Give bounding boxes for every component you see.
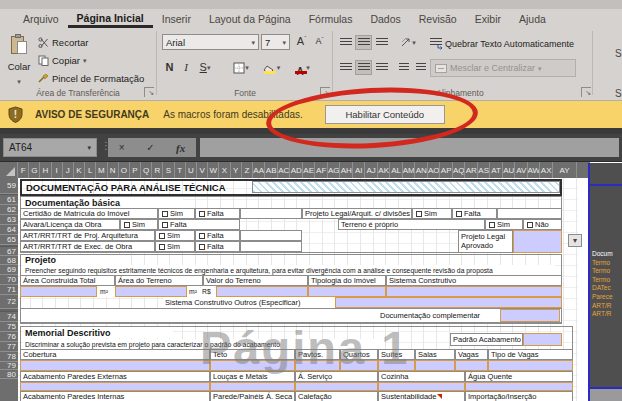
input-valor-terreno[interactable]: [216, 286, 308, 297]
tab-p-gina-inicial[interactable]: Página Inicial: [68, 10, 153, 28]
input-sistema-construtivo[interactable]: [386, 286, 562, 297]
sheet-cell[interactable]: [455, 360, 488, 371]
checkbox-icon[interactable]: [159, 233, 165, 239]
align-bottom-button[interactable]: [373, 35, 390, 50]
tab-inserir[interactable]: Inserir: [153, 11, 200, 28]
sheet-cell[interactable]: [415, 360, 455, 371]
input-area-construida[interactable]: [20, 286, 97, 297]
format-painter-button[interactable]: Pincel de Formatação: [38, 71, 144, 86]
column-header-AV[interactable]: AV: [515, 162, 528, 178]
font-name-select[interactable]: Arial ▾: [162, 34, 259, 50]
checkbox-icon[interactable]: [159, 244, 165, 250]
row-header-68[interactable]: 68: [0, 256, 18, 265]
column-header-AS[interactable]: AS: [478, 162, 491, 178]
sheet-cell[interactable]: [295, 382, 378, 391]
checkbox-icon[interactable]: [456, 211, 462, 217]
row-header-76[interactable]: 76: [0, 332, 18, 342]
column-header-V[interactable]: V: [197, 162, 208, 178]
column-header-AG[interactable]: AG: [328, 162, 341, 178]
align-right-button[interactable]: [373, 60, 390, 75]
column-header-P[interactable]: P: [130, 162, 141, 178]
underline-button[interactable]: S▾: [194, 60, 216, 75]
checkbox-sim[interactable]: Sim: [155, 241, 195, 252]
sheet-cell[interactable]: [378, 360, 415, 371]
wrap-text-button[interactable]: Quebrar Texto Automaticamente: [430, 36, 574, 51]
column-header-K[interactable]: K: [74, 162, 85, 178]
column-header-J[interactable]: J: [63, 162, 74, 178]
column-header-R[interactable]: R: [152, 162, 163, 178]
tab-arquivo[interactable]: Arquivo: [14, 11, 68, 28]
cancel-icon[interactable]: ×: [119, 142, 125, 153]
column-header-AL[interactable]: AL: [390, 162, 403, 178]
checkbox-nao[interactable]: Não: [523, 219, 562, 230]
select-all-corner[interactable]: [0, 162, 18, 178]
checkbox-icon[interactable]: [162, 222, 168, 228]
checkbox-sim[interactable]: Sim: [412, 208, 452, 219]
column-header-AY[interactable]: AY: [553, 162, 577, 178]
input-padrao-acabamento[interactable]: [523, 333, 562, 346]
grow-font-button[interactable]: Aˆ: [293, 34, 310, 49]
column-header-L[interactable]: L: [85, 162, 96, 178]
column-header-AQ[interactable]: AQ: [453, 162, 466, 178]
row-header-72[interactable]: 72: [0, 295, 18, 309]
row-header-70[interactable]: 70: [0, 275, 18, 285]
checkbox-icon[interactable]: [162, 211, 168, 217]
column-header-F[interactable]: F: [18, 162, 29, 178]
checkbox-falta[interactable]: Falta: [195, 230, 240, 241]
column-header-X[interactable]: X: [219, 162, 230, 178]
column-header-AF[interactable]: AF: [315, 162, 328, 178]
column-header-M[interactable]: M: [96, 162, 107, 178]
column-header-AM[interactable]: AM: [403, 162, 416, 178]
align-top-button[interactable]: [337, 35, 354, 50]
name-box[interactable]: AT64 ▾: [3, 138, 97, 157]
input-tipologia[interactable]: [308, 286, 386, 297]
tab-dados[interactable]: Dados: [361, 11, 409, 28]
checkbox-falta[interactable]: Falta: [195, 241, 240, 252]
row-header-69[interactable]: 69: [0, 265, 18, 275]
column-header-O[interactable]: O: [119, 162, 130, 178]
column-header-N[interactable]: N: [108, 162, 119, 178]
sheet-cell[interactable]: [210, 360, 295, 371]
checkbox-sim[interactable]: Sim: [120, 219, 158, 230]
sheet-cell[interactable]: [340, 360, 378, 371]
borders-button[interactable]: ▾: [228, 60, 254, 75]
column-header-Y[interactable]: Y: [231, 162, 242, 178]
column-header-AT[interactable]: AT: [490, 162, 503, 178]
column-header-U[interactable]: U: [186, 162, 197, 178]
orientation-button[interactable]: ▾: [396, 35, 420, 50]
row-header-61[interactable]: 61: [0, 195, 18, 205]
column-header-AR[interactable]: AR: [465, 162, 478, 178]
input-doc-complementar[interactable]: [500, 309, 560, 322]
bold-button[interactable]: N: [162, 60, 177, 75]
column-header-AH[interactable]: AH: [340, 162, 353, 178]
decrease-indent-button[interactable]: [396, 60, 411, 75]
column-header-AP[interactable]: AP: [440, 162, 453, 178]
italic-button[interactable]: I: [179, 60, 193, 75]
column-header-AO[interactable]: AO: [428, 162, 441, 178]
enable-content-button[interactable]: Habilitar Conteúdo: [325, 105, 445, 124]
shrink-font-button[interactable]: Aˇ: [311, 34, 328, 49]
checkbox-icon[interactable]: [489, 222, 495, 228]
column-header-S[interactable]: S: [163, 162, 174, 178]
tab-layout-da-p-gina[interactable]: Layout da Página: [200, 11, 300, 28]
sheet-cell[interactable]: [210, 382, 295, 391]
checkbox-sim[interactable]: Sim: [158, 208, 195, 219]
column-header-AJ[interactable]: AJ: [365, 162, 378, 178]
align-middle-button[interactable]: [355, 35, 372, 50]
clipboard-dialog-launcher[interactable]: ↘: [144, 87, 154, 97]
column-header-AE[interactable]: AE: [303, 162, 316, 178]
tab-exibir[interactable]: Exibir: [466, 11, 510, 28]
checkbox-sim[interactable]: Sim: [485, 219, 523, 230]
column-header-H[interactable]: H: [40, 162, 51, 178]
paste-button[interactable]: Colar ▾: [4, 32, 34, 88]
formula-input[interactable]: [200, 138, 619, 157]
insert-function-icon[interactable]: fx: [176, 142, 185, 154]
checkbox-falta[interactable]: Falta: [452, 208, 497, 219]
row-header-80[interactable]: 80: [0, 370, 18, 379]
column-header-T[interactable]: T: [175, 162, 186, 178]
checkbox-falta[interactable]: Falta: [158, 219, 240, 230]
column-header-AD[interactable]: AD: [290, 162, 303, 178]
dropdown-button[interactable]: ▾: [568, 234, 582, 247]
sheet-cell[interactable]: [378, 382, 465, 391]
fill-color-button[interactable]: ▾: [258, 60, 285, 75]
